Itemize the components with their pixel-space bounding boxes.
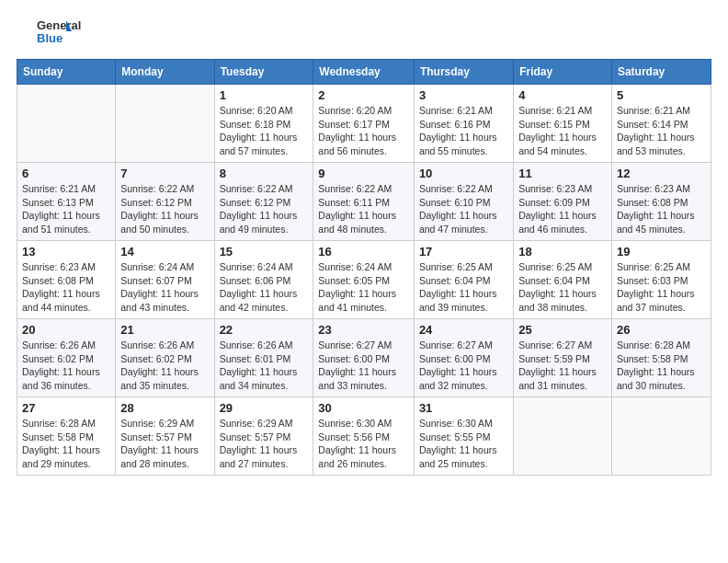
day-number: 27 (22, 401, 110, 415)
day-info: Sunrise: 6:21 AMSunset: 6:13 PMDaylight:… (22, 182, 110, 236)
day-number: 8 (220, 167, 309, 180)
weekday-header-wednesday: Wednesday (313, 60, 415, 85)
day-info: Sunrise: 6:22 AMSunset: 6:12 PMDaylight:… (120, 182, 209, 236)
day-cell: 29Sunrise: 6:29 AMSunset: 5:57 PMDayligh… (214, 397, 313, 476)
day-info: Sunrise: 6:27 AMSunset: 6:00 PMDaylight:… (318, 339, 409, 393)
day-cell: 30Sunrise: 6:30 AMSunset: 5:56 PMDayligh… (313, 397, 415, 476)
svg-text:Blue: Blue (37, 31, 63, 45)
day-cell: 10Sunrise: 6:22 AMSunset: 6:10 PMDayligh… (414, 163, 513, 241)
day-cell: 20Sunrise: 6:26 AMSunset: 6:02 PMDayligh… (17, 319, 116, 397)
day-cell: 1Sunrise: 6:20 AMSunset: 6:18 PMDaylight… (214, 85, 313, 163)
day-info: Sunrise: 6:21 AMSunset: 6:15 PMDaylight:… (518, 104, 607, 158)
day-number: 23 (318, 323, 409, 337)
day-number: 5 (617, 88, 706, 102)
day-number: 7 (120, 167, 209, 180)
day-cell: 14Sunrise: 6:24 AMSunset: 6:07 PMDayligh… (116, 241, 214, 319)
day-cell: 7Sunrise: 6:22 AMSunset: 6:12 PMDaylight… (116, 163, 214, 241)
day-number: 4 (518, 88, 607, 102)
weekday-header-sunday: Sunday (17, 60, 116, 85)
day-cell: 19Sunrise: 6:25 AMSunset: 6:03 PMDayligh… (611, 241, 711, 319)
day-info: Sunrise: 6:23 AMSunset: 6:09 PMDaylight:… (518, 182, 607, 236)
day-info: Sunrise: 6:25 AMSunset: 6:04 PMDaylight:… (518, 260, 607, 315)
day-info: Sunrise: 6:22 AMSunset: 6:11 PMDaylight:… (318, 182, 409, 236)
day-number: 28 (120, 401, 209, 415)
day-info: Sunrise: 6:24 AMSunset: 6:05 PMDaylight:… (318, 260, 409, 315)
day-info: Sunrise: 6:30 AMSunset: 5:55 PMDaylight:… (419, 417, 508, 471)
svg-text:General: General (37, 18, 81, 32)
day-cell: 6Sunrise: 6:21 AMSunset: 6:13 PMDaylight… (17, 163, 116, 241)
week-row-5: 27Sunrise: 6:28 AMSunset: 5:58 PMDayligh… (17, 397, 711, 476)
day-info: Sunrise: 6:20 AMSunset: 6:17 PMDaylight:… (318, 104, 409, 158)
day-cell: 31Sunrise: 6:30 AMSunset: 5:55 PMDayligh… (414, 397, 513, 476)
weekday-header-monday: Monday (116, 60, 214, 85)
day-number: 17 (419, 245, 508, 259)
day-number: 22 (220, 323, 309, 337)
weekday-header-thursday: Thursday (414, 60, 513, 85)
day-cell: 4Sunrise: 6:21 AMSunset: 6:15 PMDaylight… (514, 85, 612, 163)
day-info: Sunrise: 6:28 AMSunset: 5:58 PMDaylight:… (617, 339, 706, 393)
day-number: 13 (22, 245, 110, 259)
day-number: 16 (318, 245, 409, 259)
day-cell: 3Sunrise: 6:21 AMSunset: 6:16 PMDaylight… (414, 85, 513, 163)
day-info: Sunrise: 6:26 AMSunset: 6:01 PMDaylight:… (220, 339, 309, 393)
day-info: Sunrise: 6:27 AMSunset: 6:00 PMDaylight:… (419, 339, 508, 393)
day-number: 10 (419, 167, 508, 180)
day-number: 3 (419, 88, 508, 102)
day-info: Sunrise: 6:24 AMSunset: 6:06 PMDaylight:… (220, 260, 309, 315)
day-cell: 12Sunrise: 6:23 AMSunset: 6:08 PMDayligh… (611, 163, 711, 241)
day-info: Sunrise: 6:27 AMSunset: 5:59 PMDaylight:… (518, 339, 607, 393)
day-info: Sunrise: 6:28 AMSunset: 5:58 PMDaylight:… (22, 417, 110, 471)
logo-icon: General Blue (17, 13, 90, 50)
day-cell: 26Sunrise: 6:28 AMSunset: 5:58 PMDayligh… (611, 319, 711, 397)
day-cell: 16Sunrise: 6:24 AMSunset: 6:05 PMDayligh… (313, 241, 415, 319)
day-number: 29 (220, 401, 309, 415)
day-number: 14 (120, 245, 209, 259)
day-number: 11 (518, 167, 607, 180)
day-info: Sunrise: 6:23 AMSunset: 6:08 PMDaylight:… (617, 182, 706, 236)
day-cell: 8Sunrise: 6:22 AMSunset: 6:12 PMDaylight… (214, 163, 313, 241)
weekday-header-row: SundayMondayTuesdayWednesdayThursdayFrid… (17, 60, 711, 85)
weekday-header-friday: Friday (514, 60, 612, 85)
day-cell (116, 85, 214, 163)
day-cell: 11Sunrise: 6:23 AMSunset: 6:09 PMDayligh… (514, 163, 612, 241)
day-cell: 24Sunrise: 6:27 AMSunset: 6:00 PMDayligh… (414, 319, 513, 397)
day-info: Sunrise: 6:30 AMSunset: 5:56 PMDaylight:… (318, 417, 409, 471)
day-cell: 9Sunrise: 6:22 AMSunset: 6:11 PMDaylight… (313, 163, 415, 241)
day-info: Sunrise: 6:20 AMSunset: 6:18 PMDaylight:… (220, 104, 309, 158)
week-row-4: 20Sunrise: 6:26 AMSunset: 6:02 PMDayligh… (17, 319, 711, 397)
day-cell: 18Sunrise: 6:25 AMSunset: 6:04 PMDayligh… (514, 241, 612, 319)
day-number: 26 (617, 323, 706, 337)
day-cell: 13Sunrise: 6:23 AMSunset: 6:08 PMDayligh… (17, 241, 116, 319)
day-cell: 28Sunrise: 6:29 AMSunset: 5:57 PMDayligh… (116, 397, 214, 476)
day-number: 25 (518, 323, 607, 337)
weekday-header-saturday: Saturday (611, 60, 711, 85)
day-number: 24 (419, 323, 508, 337)
day-cell: 17Sunrise: 6:25 AMSunset: 6:04 PMDayligh… (414, 241, 513, 319)
day-number: 15 (220, 245, 309, 259)
day-info: Sunrise: 6:21 AMSunset: 6:16 PMDaylight:… (419, 104, 508, 158)
day-info: Sunrise: 6:29 AMSunset: 5:57 PMDaylight:… (120, 417, 209, 471)
day-number: 19 (617, 245, 706, 259)
day-info: Sunrise: 6:21 AMSunset: 6:14 PMDaylight:… (617, 104, 706, 158)
day-cell: 15Sunrise: 6:24 AMSunset: 6:06 PMDayligh… (214, 241, 313, 319)
day-number: 9 (318, 167, 409, 180)
logo: General Blue (17, 13, 90, 50)
day-cell: 21Sunrise: 6:26 AMSunset: 6:02 PMDayligh… (116, 319, 214, 397)
day-number: 30 (318, 401, 409, 415)
week-row-2: 6Sunrise: 6:21 AMSunset: 6:13 PMDaylight… (17, 163, 711, 241)
day-cell: 27Sunrise: 6:28 AMSunset: 5:58 PMDayligh… (17, 397, 116, 476)
week-row-1: 1Sunrise: 6:20 AMSunset: 6:18 PMDaylight… (17, 85, 711, 163)
day-info: Sunrise: 6:22 AMSunset: 6:12 PMDaylight:… (220, 182, 309, 236)
day-cell: 5Sunrise: 6:21 AMSunset: 6:14 PMDaylight… (611, 85, 711, 163)
day-info: Sunrise: 6:26 AMSunset: 6:02 PMDaylight:… (120, 339, 209, 393)
day-number: 31 (419, 401, 508, 415)
day-info: Sunrise: 6:24 AMSunset: 6:07 PMDaylight:… (120, 260, 209, 315)
calendar-table: SundayMondayTuesdayWednesdayThursdayFrid… (17, 59, 711, 476)
day-number: 12 (617, 167, 706, 180)
day-cell (514, 397, 612, 476)
header: General Blue (17, 13, 711, 50)
day-info: Sunrise: 6:25 AMSunset: 6:04 PMDaylight:… (419, 260, 508, 315)
week-row-3: 13Sunrise: 6:23 AMSunset: 6:08 PMDayligh… (17, 241, 711, 319)
day-number: 18 (518, 245, 607, 259)
day-info: Sunrise: 6:26 AMSunset: 6:02 PMDaylight:… (22, 339, 110, 393)
